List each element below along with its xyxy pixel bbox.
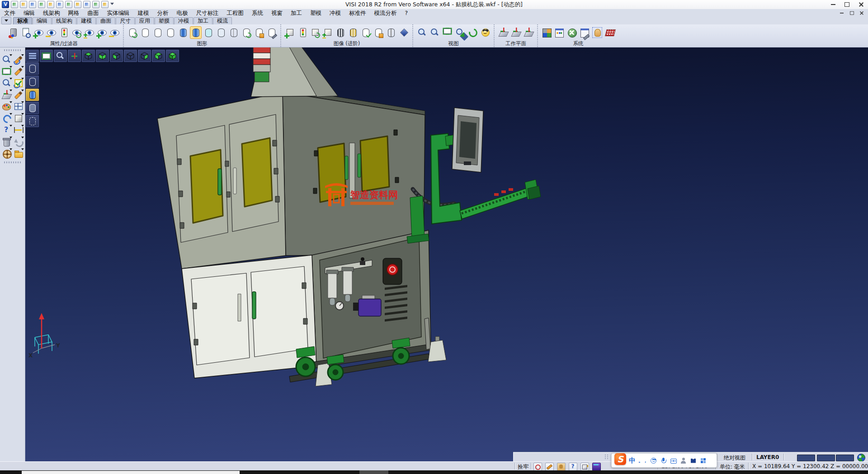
new-doc-icon[interactable] [11, 1, 18, 8]
doc-magnifier-icon[interactable] [20, 27, 31, 38]
menu-item-14[interactable]: 塑模 [306, 9, 326, 17]
menu-item-3[interactable]: 网格 [64, 9, 84, 17]
save-file-icon[interactable] [29, 1, 36, 8]
zoom-window-button[interactable] [1, 54, 12, 65]
document-minimize-button[interactable] [838, 10, 846, 16]
menu-item-10[interactable]: 工程图 [223, 9, 248, 17]
report-doc-icon[interactable] [83, 1, 90, 8]
cyl-tools-icon[interactable] [266, 27, 277, 38]
shade-outline-a-button[interactable] [26, 62, 39, 75]
view-camera-icon[interactable] [480, 27, 491, 38]
eye-plus-icon[interactable] [96, 27, 107, 38]
color-table-icon[interactable] [541, 27, 552, 38]
tab-2[interactable]: 线架构 [52, 17, 76, 24]
view-list-button[interactable] [26, 50, 39, 62]
eye-refresh-icon[interactable] [71, 27, 82, 38]
zoom-window-view-button[interactable] [40, 50, 53, 62]
spline-pencil-button[interactable] [13, 89, 24, 100]
taskbar-app-segment[interactable] [22, 471, 240, 474]
document-close-button[interactable] [858, 10, 866, 16]
window-config-icon[interactable] [579, 27, 590, 38]
panel-drag-handle[interactable] [4, 49, 21, 51]
shade-ghost-button[interactable] [26, 102, 39, 114]
pick-hand-icon[interactable] [557, 463, 566, 471]
select-window-button[interactable] [1, 66, 12, 77]
snap-settings-icon[interactable] [592, 27, 603, 38]
ime-punctuation-toggle[interactable]: 。， [638, 457, 647, 464]
machine-model-canvas[interactable]: 智造资料网 X Y [25, 47, 868, 461]
copy-doc-icon[interactable] [56, 1, 63, 8]
measure-distance-button[interactable] [13, 124, 24, 136]
stamp-doc-icon[interactable] [65, 1, 72, 8]
open-file-icon[interactable] [20, 1, 27, 8]
view-refresh-icon[interactable] [467, 27, 478, 38]
view-bottom-button[interactable] [96, 50, 109, 62]
ime-logo-icon[interactable]: S [614, 453, 626, 465]
layout-grid-icon[interactable] [700, 457, 707, 464]
edit-pencil-icon[interactable] [545, 463, 554, 471]
color-swatch-2[interactable] [817, 455, 835, 461]
zoom-plusminus-button[interactable] [1, 77, 12, 89]
cyl-stripe-dark-icon[interactable] [335, 27, 346, 38]
quick-help-icon[interactable] [569, 463, 577, 471]
multi-window-button[interactable] [13, 101, 24, 112]
active-layer-label[interactable]: LAYER0 [756, 454, 779, 460]
cyl-blue-active-icon[interactable] [190, 27, 201, 38]
box-add-icon[interactable] [284, 27, 295, 38]
soft-keyboard-icon[interactable] [670, 457, 677, 464]
zoom-view-button[interactable] [54, 50, 67, 62]
shade-wire-button[interactable] [26, 115, 39, 127]
zoom-one-to-one-icon[interactable] [442, 27, 453, 38]
shaded-box-icon[interactable] [398, 27, 409, 38]
print-doc-icon[interactable] [47, 1, 54, 8]
grid-settings-icon[interactable] [604, 27, 615, 38]
macro-doc-icon[interactable] [74, 1, 81, 8]
tab-4[interactable]: 曲面 [96, 17, 115, 24]
cyl-recycle-icon[interactable] [241, 27, 252, 38]
close-button[interactable] [854, 0, 868, 9]
cyl-blue-icon[interactable] [178, 27, 189, 38]
visi-logo-icon[interactable] [2, 1, 9, 8]
attributes-palette-button[interactable] [1, 101, 12, 112]
emoji-face-icon[interactable] [650, 457, 657, 464]
menu-item-17[interactable]: 模流分析 [370, 9, 401, 17]
eye-minus-icon[interactable] [109, 27, 120, 38]
taskbar-button-segment[interactable] [359, 470, 388, 474]
box-refresh-icon[interactable] [310, 27, 321, 38]
tab-9[interactable]: 加工 [193, 17, 212, 24]
menu-item-5[interactable]: 实体编辑 [103, 9, 134, 17]
ime-language-toggle[interactable]: 中 [629, 456, 636, 465]
snapshot-doc-icon[interactable] [533, 463, 542, 471]
box-plusminus-icon[interactable] [322, 27, 333, 38]
menu-item-15[interactable]: 冲模 [326, 9, 345, 17]
tab-7[interactable]: 塑膜 [155, 17, 174, 24]
material-box-icon[interactable] [592, 463, 601, 471]
view-left-button[interactable] [110, 50, 123, 62]
tab-6[interactable]: 应用 [135, 17, 154, 24]
document-restore-button[interactable] [848, 10, 856, 16]
open-document-button[interactable] [13, 148, 24, 159]
view-axono-wire-button[interactable] [124, 50, 137, 62]
menu-item-7[interactable]: 分析 [153, 9, 173, 17]
navigation-wheel-button[interactable] [1, 148, 12, 159]
cyl-copy-b-icon[interactable] [373, 27, 384, 38]
tab-8[interactable]: 冲模 [174, 17, 193, 24]
view-top-button[interactable] [82, 50, 95, 62]
menu-item-16[interactable]: 标准件 [345, 9, 370, 17]
menu-item-9[interactable]: 尺寸标注 [192, 9, 223, 17]
ime-toolbar[interactable]: S 中 。， [611, 453, 717, 468]
view-axono-button[interactable] [166, 50, 179, 62]
cyl-pale-icon[interactable] [216, 27, 226, 38]
cyl-outline-b-icon[interactable] [152, 27, 163, 38]
system-tools-icon[interactable] [566, 27, 577, 38]
settings-panel-icon[interactable] [554, 27, 565, 38]
workplane-entity-icon[interactable] [523, 27, 534, 38]
minimize-button[interactable] [826, 0, 840, 9]
solid-box-button[interactable] [13, 113, 24, 124]
tab-menu-dropdown-icon[interactable] [1, 17, 11, 24]
view-right-button[interactable] [138, 50, 151, 62]
eye-remove-icon[interactable] [46, 27, 57, 38]
cyl-wire-icon[interactable] [228, 27, 239, 38]
cyl-copy-icon[interactable] [254, 27, 264, 38]
undo-step-button[interactable] [13, 136, 24, 147]
